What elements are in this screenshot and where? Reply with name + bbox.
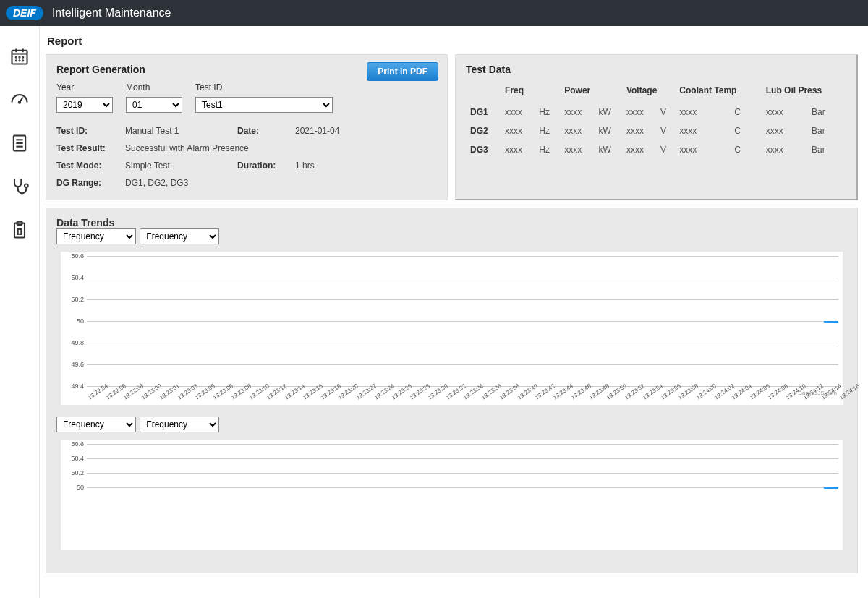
svg-point-4 — [16, 57, 17, 58]
range-field-value: DG1, DG2, DG3 — [125, 178, 437, 188]
clipboard-icon — [9, 220, 30, 240]
trend2-select-a[interactable]: Frequency — [56, 417, 136, 432]
col-freq: Freq — [501, 82, 560, 103]
testid-field-label: Test ID: — [56, 126, 125, 136]
test-data-title: Test Data — [466, 64, 846, 75]
gauge-icon — [9, 90, 30, 110]
data-trends-panel: Data Trends Frequency Frequency CanvasJS… — [46, 208, 858, 573]
report-generation-panel: Report Generation Print in PDF Year 2019… — [46, 54, 448, 200]
top-bar: DEIF Intelligent Maintenance — [0, 0, 868, 26]
test-data-panel: Test Data Freq Power Voltage Coolant Tem… — [455, 54, 858, 200]
trend-chart-2: 50.650.450.250 — [61, 440, 843, 550]
page-title: Report — [47, 35, 858, 47]
range-field-label: DG Range: — [56, 178, 125, 188]
year-label: Year — [56, 82, 113, 93]
report-icon — [9, 133, 30, 153]
brand-logo: DEIF — [6, 6, 43, 20]
month-label: Month — [126, 82, 182, 93]
col-coolant: Coolant Temp — [675, 82, 761, 103]
app-title: Intelligent Maintenance — [52, 7, 171, 20]
duration-field-value: 1 hrs — [295, 161, 437, 171]
svg-point-5 — [19, 57, 20, 58]
mode-field-value: Simple Test — [125, 161, 237, 171]
col-power: Power — [560, 82, 622, 103]
svg-point-11 — [19, 101, 20, 103]
svg-point-9 — [22, 60, 23, 61]
table-row: DG1xxxxHzxxxxkWxxxxVxxxxCxxxxBar — [466, 103, 846, 121]
data-trends-title: Data Trends — [56, 217, 847, 228]
trend2-select-b[interactable]: Frequency — [140, 417, 219, 432]
trend1-select-a[interactable]: Frequency — [56, 228, 136, 244]
testid-select[interactable]: Test1 — [195, 97, 333, 113]
svg-point-6 — [22, 57, 23, 58]
print-pdf-button[interactable]: Print in PDF — [367, 62, 438, 81]
svg-point-7 — [16, 60, 17, 61]
sidebar-item-gauge[interactable] — [0, 78, 39, 121]
sidebar-item-calendar[interactable] — [0, 35, 39, 78]
main-content: Report Report Generation Print in PDF Ye… — [40, 26, 868, 598]
table-row: DG3xxxxHzxxxxkWxxxxVxxxxCxxxxBar — [466, 140, 846, 159]
sidebar-item-clipboard[interactable] — [0, 208, 39, 252]
date-field-label: Date: — [237, 126, 295, 136]
col-voltage: Voltage — [622, 82, 675, 103]
test-data-table: Freq Power Voltage Coolant Temp Lub Oil … — [466, 82, 846, 159]
mode-field-label: Test Mode: — [56, 161, 125, 171]
table-row: DG2xxxxHzxxxxkWxxxxVxxxxCxxxxBar — [466, 121, 846, 140]
trend1-select-b[interactable]: Frequency — [140, 228, 219, 244]
sidebar — [0, 26, 40, 598]
year-select[interactable]: 2019 — [56, 97, 113, 113]
svg-rect-19 — [18, 229, 22, 234]
svg-point-8 — [19, 60, 20, 61]
sidebar-item-report[interactable] — [0, 121, 39, 165]
col-luboil: Lub Oil Press — [762, 82, 846, 103]
date-field-value: 2021-01-04 — [295, 126, 437, 136]
svg-point-16 — [25, 184, 28, 188]
stethoscope-icon — [9, 176, 30, 197]
testid-label: Test ID — [195, 82, 333, 93]
duration-field-label: Duration: — [237, 161, 295, 171]
testid-field-value: Manual Test 1 — [125, 126, 237, 136]
result-field-label: Test Result: — [56, 143, 125, 153]
sidebar-item-diagnostics[interactable] — [0, 165, 39, 208]
month-select[interactable]: 01 — [126, 97, 182, 113]
trend-chart-1: CanvasJS.com 50.650.450.25049.849.649.41… — [61, 252, 843, 405]
result-field-value: Successful with Alarm Presence — [125, 143, 437, 153]
calendar-icon — [9, 46, 30, 67]
